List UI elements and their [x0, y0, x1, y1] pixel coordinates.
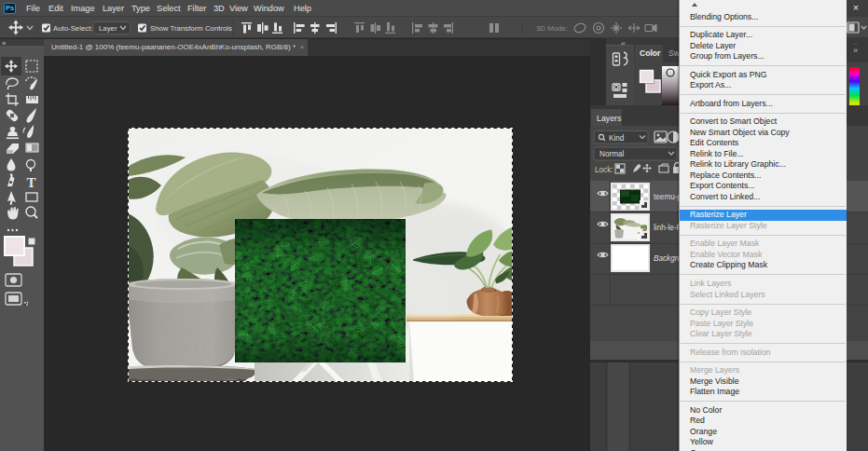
svg-text:3D Mode:: 3D Mode: — [536, 24, 568, 33]
svg-text:Normal: Normal — [599, 150, 625, 158]
svg-text:«: « — [2, 39, 7, 48]
svg-text:Auto-Select:: Auto-Select: — [53, 24, 92, 33]
svg-text:Show Transform Controls: Show Transform Controls — [150, 24, 232, 33]
svg-text:Color: Color — [640, 48, 661, 58]
svg-text:T: T — [27, 175, 36, 190]
svg-text:Kind: Kind — [609, 134, 625, 143]
svg-text:»: » — [853, 46, 858, 55]
svg-text:Layer: Layer — [99, 24, 117, 33]
svg-text:Layers: Layers — [597, 114, 622, 123]
svg-text:linh-le-F: linh-le-F — [654, 224, 682, 232]
svg-text:Lock:: Lock: — [595, 166, 613, 174]
